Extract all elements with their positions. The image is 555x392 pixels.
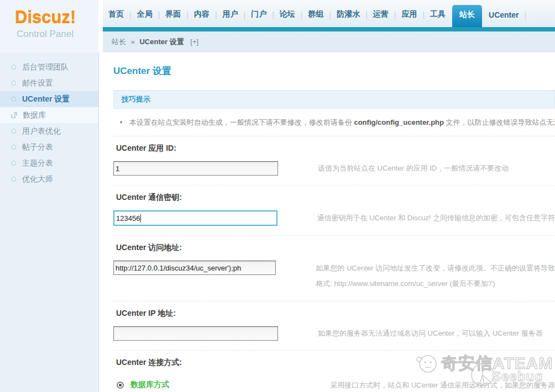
- app-id-label: UCenter 应用 ID:: [113, 144, 555, 153]
- logo-subtitle: Control Panel: [17, 29, 74, 40]
- app-id-help: 该值为当前站点在 UCenter 的应用 ID，一般情况请不要改动: [318, 163, 509, 173]
- tip-text-post: 文件，以防止修改错误导致站点无法访问: [444, 118, 555, 126]
- external-window-icon: [11, 112, 17, 118]
- text-caret: [140, 214, 141, 223]
- sidebar-item-label: 帖子分表: [22, 142, 53, 152]
- tip-text-pre: 本设置在站点安装时自动生成，一般情况下请不要修改，修改前请备份: [129, 118, 354, 126]
- nav-item-antispam[interactable]: 防灌水: [331, 9, 365, 27]
- connection-type-help: 采用接口方式时，站点和 UCenter 通信采用远程方式，如果您的服务器: [330, 377, 555, 392]
- sidebar-item-database[interactable]: 数据库: [0, 107, 98, 123]
- connection-type-label: UCenter 连接方式:: [113, 358, 555, 368]
- app-id-input[interactable]: 1: [113, 161, 278, 176]
- radio-circle-icon: [11, 65, 16, 70]
- sidebar-item-post-split[interactable]: 帖子分表: [0, 139, 98, 155]
- sidebar-item-label: 邮件设置: [22, 78, 53, 88]
- sidebar-item-label: 主题分表: [22, 158, 53, 168]
- sidebar-item-label: 后台管理团队: [22, 62, 69, 72]
- page-title: UCenter 设置: [113, 65, 555, 77]
- access-url-label: UCenter 访问地址:: [113, 243, 555, 253]
- nav-item-forum[interactable]: 论坛: [274, 9, 301, 27]
- sidebar-item-user-table-optimize[interactable]: 用户表优化: [0, 123, 98, 139]
- breadcrumb-section: 站长: [112, 38, 126, 46]
- field-row-access-url: UCenter 访问地址: http://127.0.0.1/discuz34/…: [113, 236, 555, 301]
- nav-item-users[interactable]: 用户: [217, 9, 244, 27]
- comm-key-help: 通信密钥用于在 UCenter 和 Discuz! 之间传输信息的加密，可包含任…: [317, 213, 555, 223]
- access-url-help-line1: 如果您的 UCenter 访问地址发生了改变，请修改此项。不正确的设置将导致: [316, 261, 555, 276]
- radio-db-label: 数据库方式: [130, 380, 169, 390]
- field-row-connection-type: UCenter 连接方式: 数据库方式 接口方式 采用接口方式时，站点和 UCe…: [113, 351, 555, 392]
- radio-circle-icon: [11, 145, 16, 150]
- tip-text-row: • 本设置在站点安装时自动生成，一般情况下请不要修改，修改前请备份 config…: [113, 109, 555, 136]
- discuz-logo: Discuz!: [15, 7, 76, 27]
- radio-circle-icon: [11, 161, 16, 166]
- tip-config-path: config/config_ucenter.php: [354, 118, 444, 126]
- access-url-input[interactable]: http://127.0.0.1/discuz34/uc_server');ph: [113, 261, 276, 275]
- radio-circle-icon: [11, 129, 16, 134]
- nav-item-ucenter[interactable]: UCenter: [483, 10, 524, 27]
- sidebar-item-ucenter-settings[interactable]: UCenter 设置: [0, 91, 98, 107]
- nav-item-home[interactable]: 首页: [103, 9, 129, 27]
- radio-circle-icon: [11, 97, 16, 102]
- sidebar-item-label: 优化大师: [22, 174, 53, 184]
- breadcrumb-separator: »: [128, 38, 138, 46]
- field-row-app-id: UCenter 应用 ID: 1 该值为当前站点在 UCenter 的应用 ID…: [113, 136, 555, 186]
- sidebar: 后台管理团队 邮件设置 UCenter 设置 数据库 用户表优化 帖子分表 主题…: [0, 52, 99, 392]
- sidebar-item-mail-settings[interactable]: 邮件设置: [0, 75, 98, 91]
- sidebar-item-label: 数据库: [23, 110, 46, 120]
- sidebar-item-label: UCenter 设置: [22, 94, 70, 104]
- radio-db-mode[interactable]: 数据库方式: [113, 377, 311, 392]
- comm-key-label: UCenter 通信密钥:: [113, 193, 555, 203]
- field-row-ip-address: UCenter IP 地址: 如果您的服务器无法通过域名访问 UCenter，可…: [113, 301, 555, 351]
- bullet-icon: •: [120, 119, 122, 126]
- sidebar-item-label: 用户表优化: [22, 126, 61, 136]
- ip-address-label: UCenter IP 地址:: [113, 309, 555, 319]
- field-row-comm-key: UCenter 通信密钥: 123456 通信密钥用于在 UCenter 和 D…: [113, 186, 555, 236]
- radio-circle-icon: [11, 81, 16, 86]
- tips-header: 技巧提示: [113, 90, 555, 109]
- nav-item-tools[interactable]: 工具: [425, 9, 451, 27]
- radio-circle-icon: [11, 177, 16, 182]
- accent-bar: [103, 27, 555, 31]
- sidebar-item-admin-team[interactable]: 后台管理团队: [0, 59, 98, 75]
- access-url-help-line2: 格式: http://www.sitename.com/uc_server (最…: [316, 276, 555, 292]
- nav-item-content[interactable]: 内容: [189, 9, 215, 27]
- top-navbar: 首页| 全局| 界面| 内容| 用户| 门户| 论坛| 群组| 防灌水| 运营|…: [103, 0, 555, 27]
- nav-item-interface[interactable]: 界面: [160, 9, 186, 27]
- breadcrumb: 站长 » UCenter 设置 [+]: [103, 31, 555, 52]
- breadcrumb-expand-toggle[interactable]: [+]: [190, 38, 198, 46]
- nav-item-portal[interactable]: 门户: [245, 9, 272, 27]
- logo-panel: Discuz! Control Panel: [0, 0, 98, 52]
- nav-item-sitemaster-active[interactable]: 站长: [452, 5, 482, 27]
- nav-item-groups[interactable]: 群组: [302, 9, 329, 27]
- nav-item-apps[interactable]: 应用: [396, 9, 422, 27]
- sidebar-item-thread-split[interactable]: 主题分表: [0, 155, 98, 171]
- comm-key-input[interactable]: 123456: [113, 210, 278, 226]
- ip-address-help: 如果您的服务器无法通过域名访问 UCenter，可以输入 UCenter 服务器: [318, 329, 543, 338]
- sidebar-item-optimize-master[interactable]: 优化大师: [0, 171, 98, 187]
- ip-address-input[interactable]: [113, 326, 278, 341]
- app-id-value: 1: [116, 165, 119, 173]
- access-url-value: http://127.0.0.1/discuz34/uc_server');ph: [116, 264, 241, 272]
- nav-divider: |: [525, 10, 527, 27]
- nav-item-operation[interactable]: 运营: [368, 9, 394, 27]
- breadcrumb-page: UCenter 设置: [139, 38, 184, 46]
- nav-item-global[interactable]: 全局: [132, 9, 158, 27]
- comm-key-value: 123456: [116, 214, 140, 223]
- main-content: UCenter 设置 技巧提示 • 本设置在站点安装时自动生成，一般情况下请不要…: [100, 52, 555, 392]
- radio-selected-icon[interactable]: [117, 382, 124, 389]
